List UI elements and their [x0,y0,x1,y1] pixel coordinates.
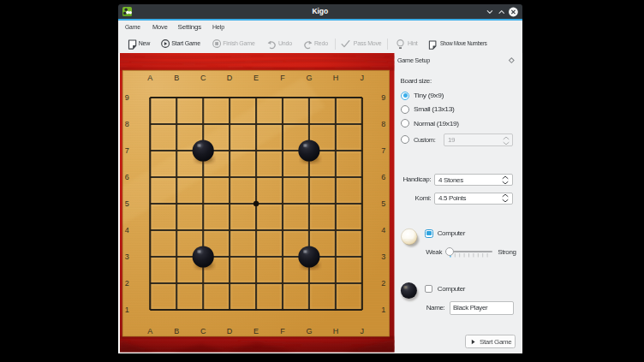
svg-text:H: H [333,74,339,82]
svg-text:6: 6 [381,173,385,181]
svg-text:A: A [147,327,152,335]
svg-text:6: 6 [125,173,129,181]
svg-text:4: 4 [381,226,385,234]
svg-text:9: 9 [381,93,385,102]
svg-text:9: 9 [125,93,129,102]
svg-text:D: D [227,327,233,335]
svg-text:D: D [227,74,233,82]
svg-text:7: 7 [125,146,129,155]
svg-text:E: E [253,327,259,335]
svg-text:7: 7 [381,146,385,155]
svg-text:G: G [306,327,312,335]
svg-text:C: C [200,74,206,82]
svg-text:4: 4 [125,226,129,234]
svg-text:1: 1 [125,306,129,314]
svg-text:2: 2 [381,279,385,288]
svg-text:2: 2 [125,279,129,288]
svg-text:A: A [147,74,152,82]
svg-text:F: F [280,74,285,82]
svg-text:5: 5 [381,199,385,208]
svg-text:5: 5 [125,199,129,208]
svg-text:F: F [280,327,285,335]
svg-text:3: 3 [381,252,385,261]
svg-text:H: H [333,327,339,335]
svg-text:8: 8 [381,120,385,128]
svg-text:B: B [174,74,179,82]
svg-text:J: J [361,327,365,335]
svg-text:B: B [174,327,179,335]
svg-text:1: 1 [381,306,385,314]
svg-text:8: 8 [125,120,129,128]
svg-text:J: J [361,74,365,82]
svg-text:G: G [306,74,312,82]
svg-text:E: E [253,74,259,82]
svg-text:C: C [200,327,206,335]
svg-text:3: 3 [125,252,129,261]
